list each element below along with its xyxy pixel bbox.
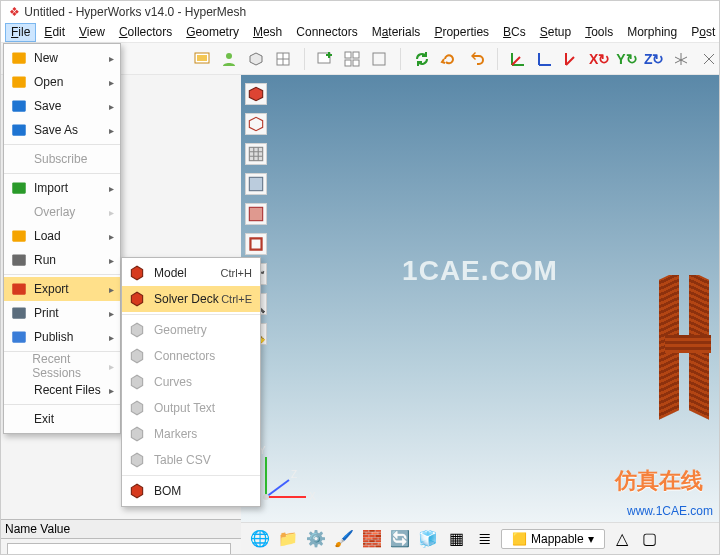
export-markers: Markers xyxy=(122,421,260,447)
submenu-item-label: Model xyxy=(154,266,187,280)
svg-rect-26 xyxy=(12,254,26,265)
toolbar-user-icon[interactable] xyxy=(218,48,239,70)
bt-gear-icon[interactable]: ⚙️ xyxy=(305,528,327,550)
toolbar-cube-icon[interactable] xyxy=(245,48,266,70)
svg-point-2 xyxy=(226,53,232,59)
toolbar-axis-x-icon[interactable]: X↻ xyxy=(589,48,610,70)
name-value-input[interactable] xyxy=(7,543,231,555)
vp-cube-shaded-icon[interactable] xyxy=(245,83,267,105)
toolbar-axis-z-icon[interactable]: Z↻ xyxy=(644,48,665,70)
submenu-item-label: Curves xyxy=(154,375,192,389)
toolbar-slide-icon[interactable] xyxy=(191,48,212,70)
publish-icon xyxy=(10,328,28,346)
toolbar-window-add-icon[interactable] xyxy=(315,48,336,70)
file-menu-open[interactable]: Open▸ xyxy=(4,70,120,94)
export-model[interactable]: ModelCtrl+H xyxy=(122,260,260,286)
bt-quad-icon[interactable]: ▢ xyxy=(639,528,661,550)
menu-connectors[interactable]: Connectors xyxy=(290,23,363,42)
submenu-arrow-icon: ▸ xyxy=(109,255,114,266)
toolbar-grid-icon[interactable] xyxy=(272,48,293,70)
svg-text:X: X xyxy=(309,491,316,502)
toolbar-rotate-icon[interactable] xyxy=(438,48,459,70)
vp-mesh-icon[interactable] xyxy=(245,143,267,165)
file-menu-run[interactable]: Run▸ xyxy=(4,248,120,272)
file-menu-new[interactable]: New▸ xyxy=(4,46,120,70)
markers-icon xyxy=(128,425,146,443)
submenu-arrow-icon: ▸ xyxy=(109,231,114,242)
triad-axes-icon: X Y Z xyxy=(251,442,321,512)
bt-rotate-icon[interactable]: 🔄 xyxy=(389,528,411,550)
toolbar-axis-y-icon[interactable]: Y↻ xyxy=(616,48,637,70)
svg-point-19 xyxy=(263,494,269,500)
menu-view[interactable]: View xyxy=(73,23,111,42)
toolbar-axis-yz-icon[interactable] xyxy=(562,48,583,70)
submenu-item-label: Solver Deck xyxy=(154,292,219,306)
model-a-shape xyxy=(659,275,719,425)
bt-tri-icon[interactable]: △ xyxy=(611,528,633,550)
menu-collectors[interactable]: Collectors xyxy=(113,23,178,42)
svg-rect-27 xyxy=(12,283,26,294)
saveas-icon xyxy=(10,121,28,139)
menu-file[interactable]: File xyxy=(5,23,36,42)
file-menu-import[interactable]: Import▸ xyxy=(4,176,120,200)
menu-edit[interactable]: Edit xyxy=(38,23,71,42)
name-value-header[interactable]: Name Value xyxy=(1,519,241,539)
menu-item-label: Open xyxy=(34,75,63,89)
bt-brick-icon[interactable]: 🧱 xyxy=(361,528,383,550)
graphics-viewport[interactable]: 🔭 🔍 📏 1CAE.COM X Y Z 仿真在线 www.1CAE.com xyxy=(241,75,719,522)
svg-rect-21 xyxy=(12,76,26,87)
file-menu-recent-files[interactable]: Recent Files▸ xyxy=(4,378,120,402)
svg-rect-24 xyxy=(12,182,26,193)
file-menu-print[interactable]: Print▸ xyxy=(4,301,120,325)
export-bom[interactable]: BOM xyxy=(122,478,260,504)
bt-cube-icon[interactable]: 🧊 xyxy=(417,528,439,550)
menu-item-label: New xyxy=(34,51,58,65)
menu-tools[interactable]: Tools xyxy=(579,23,619,42)
file-menu-load[interactable]: Load▸ xyxy=(4,224,120,248)
file-menu-save[interactable]: Save▸ xyxy=(4,94,120,118)
file-menu-save-as[interactable]: Save As▸ xyxy=(4,118,120,142)
svg-rect-7 xyxy=(345,60,351,66)
bt-folder-icon[interactable]: 📁 xyxy=(277,528,299,550)
toolbar-axis-xy-icon[interactable] xyxy=(507,48,528,70)
bt-paint-icon[interactable]: 🖌️ xyxy=(333,528,355,550)
file-menu-exit[interactable]: Exit xyxy=(4,407,120,431)
file-menu-export[interactable]: Export▸ xyxy=(4,277,120,301)
mappable-dropdown[interactable]: 🟨 Mappable ▾ xyxy=(501,529,605,549)
export-solver-deck[interactable]: Solver DeckCtrl+E xyxy=(122,286,260,312)
toolbar-axis-xz-icon[interactable] xyxy=(535,48,556,70)
bt-mesh-icon[interactable]: ▦ xyxy=(445,528,467,550)
app-logo-icon: ❖ xyxy=(7,1,21,23)
vp-cube-wire-icon[interactable] xyxy=(245,113,267,135)
toolbar-sync-icon[interactable] xyxy=(411,48,432,70)
toolbar-axis-flip-icon[interactable] xyxy=(698,48,719,70)
vp-surface-icon[interactable] xyxy=(245,173,267,195)
title-bar: ❖ Untitled - HyperWorks v14.0 - HyperMes… xyxy=(1,1,719,23)
file-menu-publish[interactable]: Publish▸ xyxy=(4,325,120,349)
menu-bcs[interactable]: BCs xyxy=(497,23,532,42)
shortcut-label: Ctrl+E xyxy=(221,293,252,305)
submenu-arrow-icon: ▸ xyxy=(109,385,114,396)
blank xyxy=(10,150,28,168)
submenu-arrow-icon: ▸ xyxy=(109,361,114,372)
menu-materials[interactable]: Materials xyxy=(366,23,427,42)
print-icon xyxy=(10,304,28,322)
menu-morphing[interactable]: Morphing xyxy=(621,23,683,42)
blank xyxy=(10,203,28,221)
toolbar-tile-icon[interactable] xyxy=(342,48,363,70)
vp-transparent-icon[interactable] xyxy=(245,203,267,225)
menu-post[interactable]: Post xyxy=(685,23,720,42)
menu-setup[interactable]: Setup xyxy=(534,23,577,42)
bt-world-icon[interactable]: 🌐 xyxy=(249,528,271,550)
menu-geometry[interactable]: Geometry xyxy=(180,23,245,42)
submenu-arrow-icon: ▸ xyxy=(109,53,114,64)
menu-properties[interactable]: Properties xyxy=(428,23,495,42)
toolbar-undo-icon[interactable] xyxy=(465,48,486,70)
menu-mesh[interactable]: Mesh xyxy=(247,23,288,42)
bt-layers-icon[interactable]: ≣ xyxy=(473,528,495,550)
toolbar-frame-icon[interactable] xyxy=(369,48,390,70)
toolbar-axis-iso-icon[interactable] xyxy=(671,48,692,70)
submenu-item-label: Table CSV xyxy=(154,453,211,467)
vp-edges-icon[interactable] xyxy=(245,233,267,255)
blank xyxy=(10,381,28,399)
